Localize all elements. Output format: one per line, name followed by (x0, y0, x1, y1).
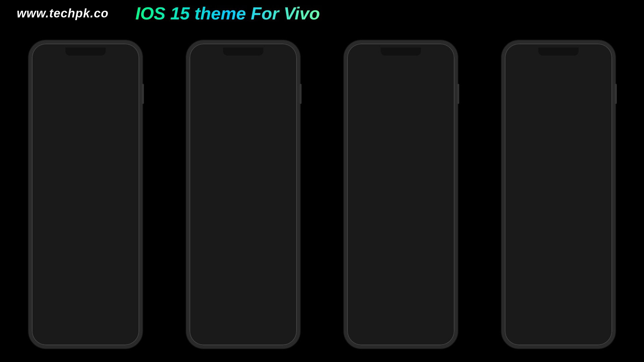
glow-symbol: ❖ (236, 316, 251, 335)
clock-hour: 11 (47, 70, 61, 83)
ios-date: 13 Jun 2021 (194, 60, 222, 66)
heart-icon-p4: ♥ (602, 105, 604, 110)
cal-today: Today (356, 94, 395, 98)
weather-sun-icon: 🌤 (594, 155, 603, 166)
toggle-data-btn[interactable]: 📡 (105, 165, 117, 177)
weather-widget-p4: Delhi 92° clear sky 🌤 🌤Thu ⛅Fri (509, 144, 607, 184)
phone-1-bg: 📶📶 🔋 Shortcut center ＋ ⌃ (32, 44, 139, 345)
calories-title: Calories (103, 109, 131, 112)
phone-4: 📶📶 🔒 🔋 11 56 ⚙️ (501, 40, 615, 349)
top-apps-row: 11 57 ⚙️ Yr.Blues ▶ YouTube (37, 62, 135, 100)
youtube-app-icon[interactable]: ▶ (92, 62, 107, 77)
next-track-btn[interactable]: ⏭ (281, 88, 287, 95)
search-icon: 🔍 (356, 61, 363, 67)
volume-control[interactable]: 🔊 (237, 113, 292, 132)
total-dist: Total distance (103, 117, 131, 120)
battery-widget: 🔋 24% (402, 153, 450, 190)
top-apps-p4: 11 56 ⚙️ Yr.Blues ▶ YouTube (509, 62, 607, 100)
settings-app-icon[interactable]: ⚙️ (74, 62, 89, 77)
search-bar[interactable]: 🔍 Search (352, 58, 450, 70)
phone-2-bg: 📶📶 🔒 24% 🗺 13 Jun 2021 24% (190, 44, 297, 345)
widgets-grid: Sunday 13 Today 13 Jun 2021 📁 Notes YouT… (352, 74, 450, 190)
music-note-icon: 🎵 (355, 117, 396, 126)
loc-hilo: H:80° L:53° (356, 175, 395, 178)
home-indicator-3 (384, 342, 418, 344)
weather-temp: 92° (514, 152, 530, 165)
screen-lock-btn[interactable]: 🔒 (196, 156, 215, 175)
bluetooth-btn[interactable]: ⚡ (204, 92, 212, 110)
toggle-redmi-btn[interactable]: Redmi (118, 144, 132, 158)
camera-dock-icon[interactable]: 📷 (550, 321, 567, 337)
brightness-slider[interactable] (51, 172, 60, 199)
video-label: VIDEO (219, 141, 231, 146)
music-icon[interactable]: 🎵 (54, 101, 69, 115)
camera-ctrl-btn[interactable]: 📷 (272, 156, 290, 175)
calculator-btn[interactable]: # (247, 156, 265, 175)
toggle-darkmode-btn[interactable]: 🌙 (99, 144, 113, 158)
phone-dock-icon[interactable]: 📞 (587, 321, 603, 337)
heart-icon: ♥ (129, 100, 131, 105)
volume-icon-p2: 🔊 (281, 119, 288, 126)
instagram-app-icon[interactable]: 📷 (74, 82, 89, 97)
calories-title-p4: Calories (571, 114, 604, 117)
phone-2-screen: 📶📶 🔒 24% 🗺 13 Jun 2021 24% (190, 44, 297, 345)
volume-slider[interactable] (62, 172, 71, 199)
play-btn[interactable]: ▶ (273, 88, 277, 95)
clock-widget: 11 57 (37, 64, 72, 99)
page-dot-1 (553, 315, 555, 317)
toggle-settings-btn[interactable]: ⚙ (58, 144, 72, 158)
instagram-icon-p4[interactable]: 📷 (549, 82, 564, 97)
toggle-eye-btn[interactable]: 👁 (78, 144, 93, 158)
steps-title-p4: Steps (571, 105, 604, 109)
wifi-btn[interactable]: 📡 (194, 92, 202, 110)
cal-num: 13 (356, 82, 395, 94)
toggle-a-btn[interactable]: A (39, 144, 53, 158)
sun-icon: 🌤 (389, 157, 395, 165)
prev-track-btn[interactable]: ⏮ (263, 88, 269, 95)
video-ctrl-btn[interactable]: 📺 VIDEO (194, 134, 249, 153)
clock-widget-p4: 11 56 (509, 62, 546, 99)
weather-ctrl-btn[interactable]: ☁ (216, 113, 234, 132)
volume-vert-ctrl[interactable] (273, 134, 292, 153)
youtube-icon-p4[interactable]: ▶ (567, 62, 581, 77)
messages-dock-icon[interactable]: 💬 (514, 321, 530, 337)
phone-1-screen: 📶📶 🔋 Shortcut center ＋ ⌃ (32, 44, 139, 345)
settings-icon-p4[interactable]: ⚙️ (549, 62, 564, 77)
page-title: IOS 15 theme For Vivo (136, 3, 320, 23)
toggle-speedup-btn[interactable]: ⚡ (94, 183, 106, 195)
no-recent-label: No recent apps (32, 134, 139, 139)
yt-title: YouTube (406, 84, 446, 89)
clock-min: 57 (50, 83, 59, 92)
music-icon-p4[interactable]: 🎵 (527, 102, 542, 117)
phone-3-bg: 📶📶 🔒 🔋 🗺 🔍 Search Su (347, 44, 454, 345)
toggle-bluetooth-btn[interactable]: ⚡ (89, 165, 101, 177)
toggle-scapture-btn[interactable]: ⊡ (75, 165, 87, 177)
dock: 💬 👥 📷 🌸 📞 (509, 317, 607, 341)
brightness-ctrl[interactable] (252, 134, 271, 153)
timer-btn[interactable]: ⏱ (221, 156, 240, 175)
music-widget-p2: Music — ⏮ ▶ ⏭ (214, 73, 292, 110)
appstore-icon-p4[interactable]: 🏪 (509, 102, 524, 117)
no-recent-music: No Recently Played Music (355, 143, 396, 147)
lock-icon: 🔒 (277, 50, 281, 54)
phones-row: 📶📶 🔋 Shortcut center ＋ ⌃ (0, 27, 644, 362)
playstore-icon[interactable]: 🏪 (37, 101, 51, 115)
battery-pct-text: 24% (419, 176, 433, 184)
lock-rotate-btn[interactable]: 🔒 (194, 113, 213, 132)
twitter-icon-p4[interactable]: 🐦 (567, 82, 581, 97)
phone-3-screen: 📶📶 🔒 🔋 🗺 🔍 Search Su (347, 44, 454, 345)
chrome-icon-p4[interactable]: 🌐 (526, 119, 540, 134)
music-widget-title: Music (219, 87, 232, 93)
airplane-mode-btn[interactable]: ✈ (194, 70, 202, 89)
toggle-dnd-btn[interactable]: 🌙 (77, 183, 90, 195)
phone-1: 📶📶 🔋 Shortcut center ＋ ⌃ (29, 40, 143, 349)
home-indicator-4 (542, 342, 575, 344)
contacts-dock-icon[interactable]: 👥 (532, 321, 548, 337)
toggle-flashlight-btn[interactable]: 🔦 (108, 183, 120, 195)
total-dist-p4: Total distance (571, 122, 604, 125)
cellular-btn[interactable]: 📶 (204, 70, 212, 89)
photos-dock-icon[interactable]: 🌸 (569, 321, 585, 337)
clock-min-p4: 56 (523, 83, 533, 93)
yt-meta: Tech Pk (406, 93, 446, 96)
twitter-app-icon[interactable]: 🐦 (92, 82, 107, 97)
